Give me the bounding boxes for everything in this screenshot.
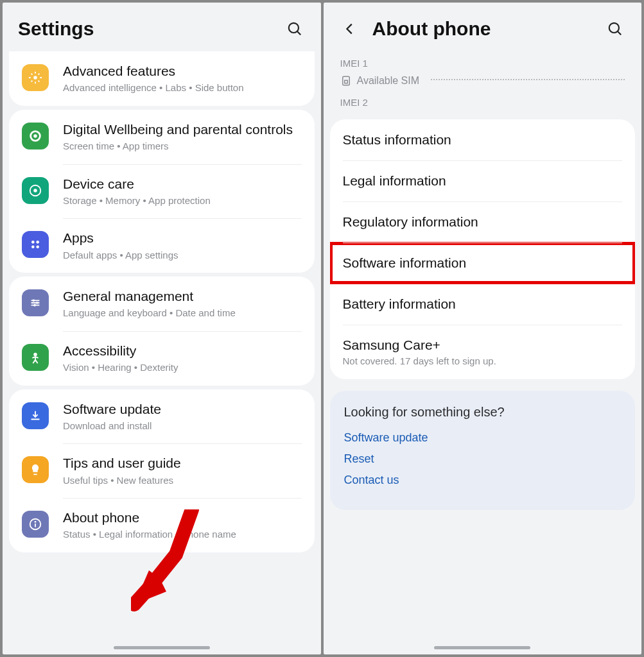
settings-item-subtitle: Default apps • App settings [63, 249, 302, 262]
about-item-software-information[interactable]: Software information [330, 243, 636, 284]
home-indicator[interactable] [114, 646, 210, 649]
about-header: About phone [324, 3, 642, 51]
settings-item-subtitle: Vision • Hearing • Dexterity [63, 361, 302, 374]
settings-item-digital-wellbeing-and-parental-controls[interactable]: Digital Wellbeing and parental controlsS… [9, 110, 315, 164]
settings-item-title: Software update [63, 401, 302, 418]
about-item-subtitle: Not covered. 17 days left to sign up. [343, 355, 623, 366]
bulb-icon-container [22, 456, 49, 483]
looking-else-heading: Looking for something else? [344, 405, 622, 420]
about-phone-screen: About phone IMEI 1 Available SIM IMEI 2 … [324, 3, 642, 654]
settings-item-advanced-features[interactable]: Advanced featuresAdvanced intelligence •… [9, 51, 315, 106]
svg-marker-22 [134, 570, 162, 604]
settings-item-title: General management [63, 288, 302, 305]
svg-rect-27 [344, 80, 347, 83]
imei2-label: IMEI 2 [324, 97, 642, 108]
about-item-samsung-care[interactable]: Samsung Care+Not covered. 17 days left t… [330, 325, 636, 379]
search-icon [286, 21, 303, 37]
svg-point-9 [31, 246, 35, 249]
about-item-title: Regulatory information [343, 214, 623, 230]
search-button[interactable] [284, 18, 306, 40]
settings-item-subtitle: Screen time • App timers [63, 140, 302, 153]
settings-item-subtitle: Download and install [63, 420, 302, 432]
about-item-title: Legal information [343, 173, 623, 189]
else-link-software-update[interactable]: Software update [344, 431, 622, 445]
about-item-title: Battery information [343, 296, 623, 312]
svg-point-15 [36, 302, 39, 304]
svg-line-25 [618, 31, 621, 35]
svg-point-16 [33, 304, 36, 307]
target-icon-container [22, 177, 49, 204]
back-button[interactable] [339, 18, 361, 40]
about-item-regulatory-information[interactable]: Regulatory information [330, 201, 636, 243]
svg-point-14 [32, 300, 35, 302]
settings-item-subtitle: Useful tips • New features [63, 474, 302, 487]
settings-screen: Settings Advanced featuresAdvanced intel… [3, 3, 321, 654]
settings-item-general-management[interactable]: General managementLanguage and keyboard … [9, 277, 315, 331]
about-item-title: Software information [343, 255, 623, 271]
settings-group: Software updateDownload and installTips … [9, 389, 315, 552]
about-item-status-information[interactable]: Status information [330, 119, 636, 160]
settings-item-title: Apps [63, 230, 302, 246]
looking-else-card: Looking for something else? Software upd… [330, 391, 636, 510]
target-icon [28, 183, 42, 198]
settings-item-software-update[interactable]: Software updateDownload and install [9, 389, 315, 444]
svg-point-24 [609, 23, 619, 33]
settings-item-title: Tips and user guide [63, 455, 302, 472]
settings-group: Advanced featuresAdvanced intelligence •… [9, 51, 315, 106]
grid4-icon [28, 237, 42, 252]
settings-header: Settings [3, 3, 321, 51]
settings-item-apps[interactable]: AppsDefault apps • App settings [9, 218, 315, 273]
search-icon [607, 21, 623, 37]
info-icon [28, 517, 42, 531]
sim-icon [340, 75, 352, 87]
sliders-icon [28, 296, 42, 310]
gear-icon [28, 71, 42, 85]
person-icon [28, 350, 42, 364]
dotted-divider [431, 79, 625, 80]
page-title: Settings [18, 18, 284, 40]
svg-point-7 [31, 241, 35, 244]
imei1-label: IMEI 1 [324, 58, 642, 69]
settings-item-title: About phone [63, 509, 302, 526]
else-link-reset[interactable]: Reset [344, 452, 622, 466]
about-item-battery-information[interactable]: Battery information [330, 284, 636, 325]
bulb-icon [28, 463, 42, 477]
available-sim-row[interactable]: Available SIM [324, 69, 642, 93]
svg-line-1 [297, 31, 300, 35]
download-icon [28, 409, 42, 423]
else-link-contact-us[interactable]: Contact us [344, 474, 622, 487]
about-item-title: Samsung Care+ [343, 337, 623, 353]
ring-icon [28, 129, 42, 143]
settings-item-subtitle: Storage • Memory • App protection [63, 194, 302, 207]
svg-point-2 [33, 76, 37, 80]
settings-group: General managementLanguage and keyboard … [9, 277, 315, 386]
settings-item-subtitle: Language and keyboard • Date and time [63, 307, 302, 320]
settings-item-device-care[interactable]: Device careStorage • Memory • App protec… [9, 164, 315, 219]
download-icon-container [22, 402, 49, 429]
settings-item-accessibility[interactable]: AccessibilityVision • Hearing • Dexterit… [9, 331, 315, 386]
page-title: About phone [372, 18, 605, 40]
settings-item-subtitle: Advanced intelligence • Labs • Side butt… [63, 81, 302, 94]
settings-item-title: Advanced features [63, 63, 302, 80]
settings-item-about-phone[interactable]: About phoneStatus • Legal information • … [9, 498, 315, 552]
svg-point-4 [33, 134, 37, 138]
grid4-icon-container [22, 231, 49, 258]
ring-icon-container [22, 123, 49, 149]
about-item-legal-information[interactable]: Legal information [330, 160, 636, 201]
svg-point-10 [36, 246, 39, 249]
settings-item-title: Accessibility [63, 343, 302, 359]
sliders-icon-container [22, 289, 49, 316]
about-item-title: Status information [343, 132, 623, 148]
svg-marker-23 [134, 572, 166, 604]
settings-item-subtitle: Status • Legal information • Phone name [63, 528, 302, 541]
info-icon-container [22, 511, 49, 538]
about-info-list: Status informationLegal informationRegul… [330, 119, 636, 379]
search-button[interactable] [604, 18, 626, 40]
settings-item-title: Device care [63, 176, 302, 192]
settings-item-tips-and-user-guide[interactable]: Tips and user guideUseful tips • New fea… [9, 443, 315, 498]
available-sim-label: Available SIM [357, 75, 420, 87]
home-indicator[interactable] [434, 646, 530, 649]
svg-point-8 [36, 241, 39, 244]
chevron-left-icon [343, 22, 357, 36]
settings-item-title: Digital Wellbeing and parental controls [63, 121, 302, 138]
